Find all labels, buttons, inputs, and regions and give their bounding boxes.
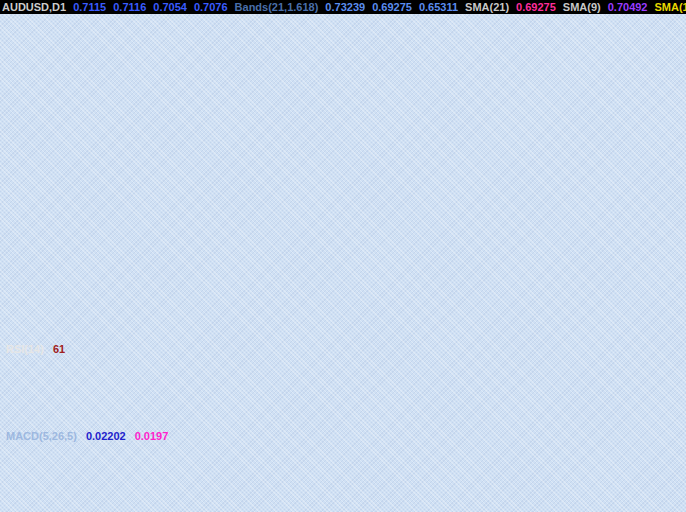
rsi-value: 61: [53, 343, 65, 355]
symbol-timeframe: AUDUSD,D1: [2, 1, 66, 14]
quote-low: 0.7054: [153, 1, 187, 14]
sma21-label: SMA(21): [465, 1, 509, 14]
macd-label: MACD(5,26,5): [6, 430, 77, 442]
macd-header: MACD(5,26,5)0.022020.0197: [6, 430, 177, 442]
quote-open: 0.7115: [73, 1, 106, 14]
terminal-window: { "title_bar": { "symbol": "AUDUSD,D1", …: [0, 0, 686, 512]
bands-middle-value: 0.69275: [372, 1, 412, 14]
quote-close: 0.7076: [194, 1, 228, 14]
rsi-header: RSI(14)61: [6, 343, 74, 355]
bands-lower-value: 0.65311: [419, 1, 458, 14]
sma21-value: 0.69275: [516, 1, 556, 14]
quote-high: 0.7116: [113, 1, 146, 14]
macd-signal-value: 0.0197: [135, 430, 169, 442]
sma100-label: SMA(100): [654, 1, 686, 14]
bands-label: Bands(21,1.618): [235, 1, 319, 14]
sma9-value: 0.70492: [608, 1, 648, 14]
quote-bar: AUDUSD,D1 0.7115 0.7116 0.7054 0.7076 Ba…: [0, 0, 686, 14]
sma9-label: SMA(9): [563, 1, 601, 14]
rsi-label: RSI(14): [6, 343, 44, 355]
bands-upper-value: 0.73239: [325, 1, 365, 14]
macd-main-value: 0.02202: [86, 430, 126, 442]
